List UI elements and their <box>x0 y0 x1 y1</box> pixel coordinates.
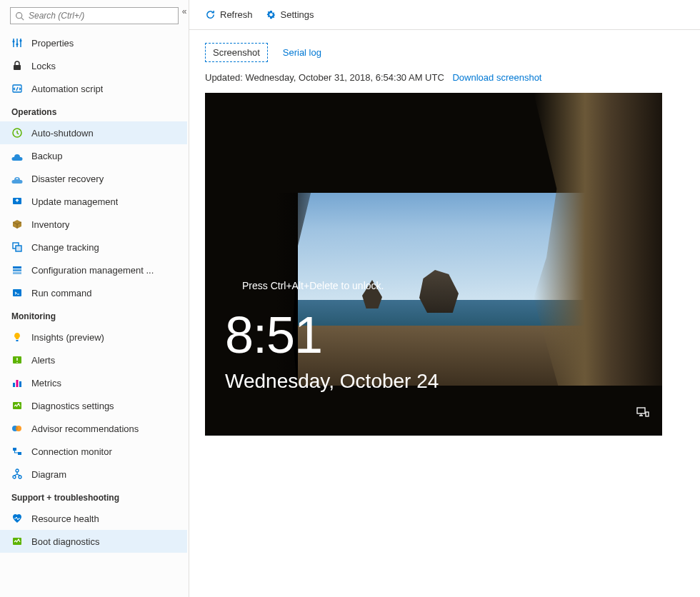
sidebar-item-label: Boot diagnostics <box>31 536 99 547</box>
sidebar-item-auto-shutdown[interactable]: Auto-shutdown <box>0 121 187 144</box>
sidebar-item-update-management[interactable]: Update management <box>0 190 187 213</box>
sidebar-item-label: Update management <box>31 196 118 207</box>
sidebar-item-disaster-recovery[interactable]: Disaster recovery <box>0 167 187 190</box>
backup-icon <box>11 150 23 161</box>
content-area: Screenshot Serial log Updated: Wednesday… <box>189 30 700 448</box>
svg-rect-33 <box>646 412 649 416</box>
connmon-icon <box>11 446 23 457</box>
sidebar-scroll[interactable]: Properties Locks Automation script Opera… <box>0 31 189 597</box>
sidebar-item-metrics[interactable]: Metrics <box>0 371 187 394</box>
sidebar-item-inventory[interactable]: Inventory <box>0 213 187 236</box>
section-header-support: Support + troubleshooting <box>0 486 187 507</box>
search-box[interactable] <box>10 7 179 24</box>
sidebar-item-label: Locks <box>31 61 56 71</box>
settings-button[interactable]: Settings <box>266 9 314 20</box>
lockscreen-time: 8:51 <box>225 306 322 364</box>
svg-point-0 <box>16 12 22 18</box>
sidebar-item-label: Disaster recovery <box>31 174 104 184</box>
refresh-icon <box>205 9 216 20</box>
sidebar-item-label: Run command <box>31 288 92 298</box>
sidebar-item-configuration-management[interactable]: Configuration management ... <box>0 259 187 281</box>
svg-point-28 <box>16 469 19 472</box>
svg-point-7 <box>19 39 21 41</box>
heart-icon <box>11 513 23 524</box>
update-icon <box>11 196 23 207</box>
tab-screenshot[interactable]: Screenshot <box>205 43 268 62</box>
lockscreen-unlock-message: Press Ctrl+Alt+Delete to unlock. <box>242 280 384 291</box>
sidebar-item-label: Inventory <box>31 219 69 230</box>
toolbar: Refresh Settings <box>189 0 700 30</box>
svg-rect-17 <box>13 289 21 296</box>
svg-rect-27 <box>18 452 21 455</box>
svg-rect-15 <box>13 269 21 271</box>
advisor-icon <box>11 423 23 434</box>
sidebar-item-label: Resource health <box>31 513 99 524</box>
svg-rect-8 <box>14 65 21 70</box>
boot-icon <box>11 536 23 547</box>
wallpaper-cave <box>205 386 662 436</box>
sliders-icon <box>11 37 23 49</box>
sidebar: « Properties Locks Automation script Ope… <box>0 0 189 597</box>
sidebar-item-backup[interactable]: Backup <box>0 144 187 167</box>
sidebar-item-change-tracking[interactable]: Change tracking <box>0 236 187 259</box>
tab-serial-log[interactable]: Serial log <box>275 43 329 62</box>
sidebar-item-properties[interactable]: Properties <box>0 31 187 54</box>
sidebar-item-label: Automation script <box>31 84 103 94</box>
sidebar-item-label: Advisor recommendations <box>31 423 139 434</box>
network-icon <box>636 406 649 420</box>
run-icon <box>11 287 23 298</box>
script-icon <box>11 83 23 94</box>
section-header-monitoring: Monitoring <box>0 304 187 326</box>
sidebar-item-label: Connection monitor <box>31 446 112 457</box>
lock-icon <box>11 60 23 71</box>
sidebar-item-label: Backup <box>31 151 62 161</box>
sidebar-item-diagnostics-settings[interactable]: Diagnostics settings <box>0 394 187 417</box>
sidebar-item-advisor[interactable]: Advisor recommendations <box>0 417 187 440</box>
svg-rect-13 <box>16 246 21 251</box>
sidebar-item-diagram[interactable]: Diagram <box>0 463 187 486</box>
download-screenshot-link[interactable]: Download screenshot <box>452 72 541 83</box>
settings-label: Settings <box>281 9 314 20</box>
diag-icon <box>11 400 23 411</box>
search-input[interactable] <box>29 11 174 21</box>
refresh-button[interactable]: Refresh <box>205 9 253 20</box>
sidebar-item-label: Change tracking <box>31 242 99 253</box>
svg-point-30 <box>19 476 21 478</box>
sidebar-item-run-command[interactable]: Run command <box>0 281 187 304</box>
recovery-icon <box>11 173 23 184</box>
refresh-label: Refresh <box>220 9 253 20</box>
changes-icon <box>11 241 23 253</box>
sidebar-item-insights[interactable]: Insights (preview) <box>0 326 187 348</box>
metrics-icon <box>11 377 23 388</box>
config-icon <box>11 264 23 276</box>
sidebar-item-resource-health[interactable]: Resource health <box>0 507 187 530</box>
svg-point-29 <box>13 476 16 478</box>
sidebar-item-locks[interactable]: Locks <box>0 54 187 77</box>
svg-rect-21 <box>16 380 19 387</box>
search-icon <box>15 11 24 21</box>
sidebar-item-label: Metrics <box>31 378 61 388</box>
svg-line-1 <box>21 17 24 19</box>
sidebar-item-label: Diagnostics settings <box>31 401 114 411</box>
sidebar-item-label: Configuration management ... <box>31 265 154 276</box>
sidebar-item-boot-diagnostics[interactable]: Boot diagnostics <box>0 530 187 553</box>
collapse-sidebar-button[interactable]: « <box>177 4 191 19</box>
main-content: Refresh Settings Screenshot Serial log U… <box>189 0 700 597</box>
sidebar-item-connection-monitor[interactable]: Connection monitor <box>0 440 187 463</box>
clock-icon <box>11 127 23 139</box>
svg-rect-16 <box>13 272 21 274</box>
sidebar-item-alerts[interactable]: Alerts <box>0 348 187 371</box>
alerts-icon <box>11 354 23 366</box>
svg-rect-22 <box>19 381 21 387</box>
inventory-icon <box>11 219 23 230</box>
status-line: Updated: Wednesday, October 31, 2018, 6:… <box>205 72 684 83</box>
sidebar-item-label: Properties <box>31 38 74 49</box>
sidebar-item-automation-script[interactable]: Automation script <box>0 77 187 100</box>
svg-rect-32 <box>637 408 645 413</box>
diagram-icon <box>11 468 23 480</box>
svg-point-5 <box>12 40 14 42</box>
svg-rect-20 <box>13 383 15 387</box>
sidebar-item-label: Auto-shutdown <box>31 128 94 139</box>
lockscreen-date: Wednesday, October 24 <box>225 370 439 393</box>
svg-rect-18 <box>16 340 19 341</box>
